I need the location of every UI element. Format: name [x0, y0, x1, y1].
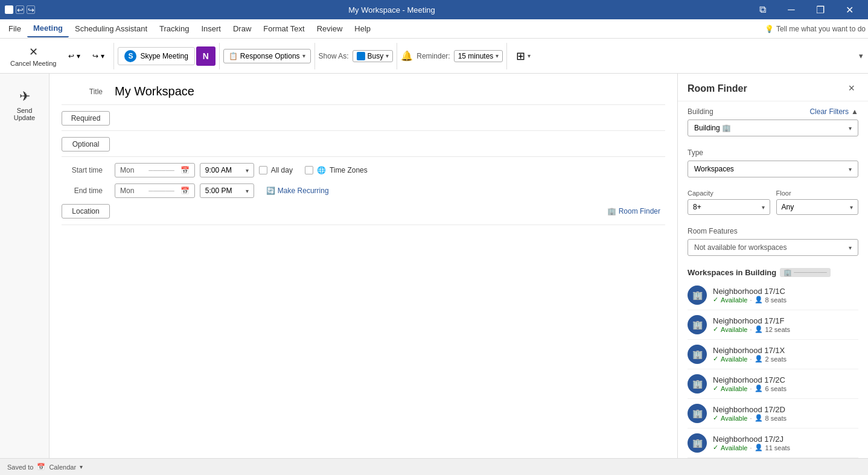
rf-header: Room Finder ×	[678, 74, 868, 101]
start-date-picker[interactable]: Mon ────── 📅	[115, 163, 195, 177]
seats-count: 8 seats	[765, 415, 787, 422]
rf-building-label-row: Building Clear Filters ▲	[688, 107, 858, 116]
calendar-name[interactable]: Calendar	[49, 464, 76, 471]
required-input[interactable]	[110, 111, 665, 126]
start-time-picker[interactable]: 9:00 AM ▾	[200, 163, 254, 177]
ribbon-expand-btn[interactable]: ▾	[859, 51, 863, 60]
workspace-status: ✓ Available · 👤 12 seats	[713, 325, 858, 333]
room-finder-panel: Room Finder × Building Clear Filters ▲ B…	[677, 74, 868, 458]
start-date-value: Mon	[120, 166, 134, 174]
calendar-chevron-icon[interactable]: ▾	[80, 464, 83, 470]
rf-type-label: Type	[688, 148, 858, 157]
menu-scheduling[interactable]: Scheduling Assistant	[69, 21, 153, 37]
undo-icon[interactable]: ↩	[16, 5, 24, 14]
send-update-btn[interactable]: ✈ Send Update	[0, 83, 49, 127]
type-select[interactable]: Workspaces ▾	[688, 161, 858, 177]
ribbon-sep-2	[219, 43, 220, 69]
restore-down-btn[interactable]: ⧉	[748, 0, 776, 19]
make-recurring-btn[interactable]: 🔄 Make Recurring	[266, 186, 329, 195]
maximize-btn[interactable]: ❐	[806, 0, 834, 19]
apps-grid-icon: ⊞	[516, 49, 525, 63]
workspace-info: Neighborhood 17/1C ✓ Available · 👤 8 sea…	[713, 287, 858, 304]
response-options-btn[interactable]: 📋 Response Options ▾	[223, 49, 311, 63]
required-row: Required	[62, 111, 665, 131]
send-panel: ✈ Send Update	[0, 74, 49, 458]
location-row: Location 🏢 Room Finder	[62, 204, 665, 218]
separator-dot: ·	[750, 385, 752, 392]
title-input[interactable]	[110, 83, 665, 100]
menu-file[interactable]: File	[2, 21, 27, 37]
room-features-select[interactable]: Not available for workspaces ▾	[688, 239, 858, 256]
workspace-name: Neighborhood 17/2D	[713, 405, 858, 414]
title-bar: ↩ ↪ My Workspace - Meeting ⧉ ─ ❐ ✕	[0, 0, 868, 19]
building-name-badge: 🏢 ───────	[780, 268, 831, 277]
optional-btn[interactable]: Optional	[62, 137, 110, 151]
building-collapse-icon[interactable]: ▲	[851, 107, 858, 116]
workspace-item-172c[interactable]: 🏢 Neighborhood 17/2C ✓ Available · 👤 6 s…	[688, 369, 858, 399]
workspace-item-17c[interactable]: 🏢 Neighborhood 17/1C ✓ Available · 👤 8 s…	[688, 281, 858, 310]
end-time-picker[interactable]: 5:00 PM ▾	[200, 183, 254, 198]
location-input[interactable]	[115, 204, 598, 218]
workspace-icon: 🏢	[688, 404, 707, 423]
close-btn[interactable]: ✕	[835, 0, 863, 19]
workspace-item-17f[interactable]: 🏢 Neighborhood 17/1F ✓ Available · 👤 12 …	[688, 310, 858, 340]
capacity-floor-row: Capacity 8+ ▾ Floor Any ▾	[688, 190, 858, 215]
workspace-item-17x[interactable]: 🏢 Neighborhood 17/1X ✓ Available · 👤 2 s…	[688, 340, 858, 369]
show-as-dropdown[interactable]: Busy ▾	[353, 50, 394, 62]
separator-dot: ·	[750, 355, 752, 363]
separator-dot: ·	[750, 326, 752, 333]
person-icon: 👤	[755, 414, 763, 422]
location-btn[interactable]: Location	[62, 204, 110, 218]
save-icon[interactable]	[5, 5, 13, 14]
redo-btn[interactable]: ↪ ▾	[87, 49, 110, 63]
rf-close-btn[interactable]: ×	[844, 81, 858, 96]
redo-arrow-icon: ↪	[92, 52, 98, 60]
skype-meeting-btn[interactable]: S Skype Meeting	[118, 47, 194, 65]
required-btn[interactable]: Required	[62, 111, 110, 126]
menu-tracking[interactable]: Tracking	[153, 21, 195, 37]
workspace-info: Neighborhood 17/2J ✓ Available · 👤 11 se…	[713, 435, 858, 451]
workspace-item-172d[interactable]: 🏢 Neighborhood 17/2D ✓ Available · 👤 8 s…	[688, 399, 858, 429]
optional-input[interactable]	[110, 137, 665, 151]
rf-title: Room Finder	[688, 83, 747, 94]
reminder-dropdown[interactable]: 15 minutes ▾	[454, 50, 503, 62]
seats-count: 8 seats	[765, 296, 787, 304]
redo-icon[interactable]: ↪	[27, 5, 35, 14]
floor-select[interactable]: Any ▾	[776, 199, 859, 215]
seats-count: 6 seats	[765, 385, 787, 392]
menu-help[interactable]: Help	[348, 21, 377, 37]
workspace-item-172j[interactable]: 🏢 Neighborhood 17/2J ✓ Available · 👤 11 …	[688, 429, 858, 458]
menu-meeting[interactable]: Meeting	[27, 20, 69, 37]
globe-icon: 🌐	[317, 166, 326, 174]
room-finder-btn[interactable]: 🏢 Room Finder	[602, 205, 665, 218]
menu-draw[interactable]: Draw	[227, 21, 257, 37]
rf-type-section: Type Workspaces ▾	[678, 142, 868, 183]
ribbon-sep-4	[397, 43, 397, 69]
undo-btn[interactable]: ↩ ▾	[63, 49, 86, 63]
clear-filters-btn[interactable]: Clear Filters	[809, 107, 849, 116]
ribbon: ✕ Cancel Meeting ↩ ▾ ↪ ▾ S Skype Meeting…	[0, 39, 868, 74]
menu-review[interactable]: Review	[311, 21, 349, 37]
body-textarea[interactable]	[62, 225, 665, 253]
menu-format-text[interactable]: Format Text	[257, 21, 310, 37]
onenote-btn[interactable]: N	[196, 46, 215, 66]
menu-insert[interactable]: Insert	[195, 21, 227, 37]
building-chevron-icon: ▾	[849, 125, 852, 132]
capacity-select[interactable]: 8+ ▾	[688, 199, 770, 215]
available-icon: ✓	[713, 296, 718, 304]
show-as-label: Show As:	[319, 52, 349, 60]
apps-btn[interactable]: ⊞ ▾	[511, 46, 536, 66]
saved-to-label: Saved to	[7, 464, 33, 471]
end-date-picker[interactable]: Mon ────── 📅	[115, 183, 195, 198]
available-label: Available	[721, 326, 747, 333]
tell-me[interactable]: 💡 Tell me what you want to do	[765, 25, 866, 33]
room-finder-icon: 🏢	[607, 207, 616, 215]
cancel-meeting-btn[interactable]: ✕ Cancel Meeting	[5, 42, 62, 70]
building-select[interactable]: Building 🏢 ▾	[688, 120, 858, 136]
all-day-checkbox[interactable]	[259, 166, 267, 174]
time-zones-checkbox[interactable]	[305, 166, 313, 174]
reminder-group: 🔔 Reminder: 15 minutes ▾	[401, 50, 503, 62]
workspace-status: ✓ Available · 👤 11 seats	[713, 444, 858, 451]
body-area[interactable]	[62, 225, 665, 285]
minimize-btn[interactable]: ─	[777, 0, 805, 19]
